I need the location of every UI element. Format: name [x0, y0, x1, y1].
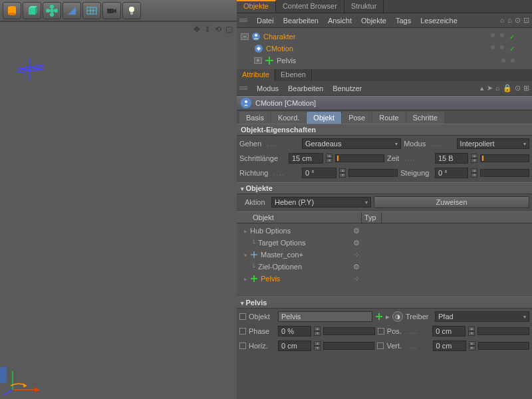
list-row-ziel-optionen[interactable]: └Ziel-Optionen ⚙ [237, 261, 532, 273]
vis-dot[interactable] [511, 59, 515, 63]
grip-icon[interactable] [239, 86, 247, 90]
menu-bearbeiten[interactable]: Bearbeiten [283, 17, 319, 25]
nav-rotate-icon[interactable]: ⟲ [215, 25, 221, 34]
plus-icon[interactable]: ⊞ [523, 84, 529, 92]
grip-icon[interactable] [239, 19, 247, 22]
nav-arrow-icon[interactable]: ➤ [487, 84, 493, 92]
spinner-zeit[interactable]: ▴▾ [471, 154, 477, 163]
expand-icon[interactable]: + [254, 57, 262, 64]
zuweisen-button[interactable]: Zuweisen [374, 196, 529, 208]
tab-content-browser[interactable]: Content Browser [276, 0, 344, 13]
new-icon[interactable]: ⊙ [515, 84, 521, 92]
slider-horiz[interactable] [323, 342, 374, 350]
search-icon[interactable]: ⌕ [495, 84, 500, 92]
checkbox-vert[interactable] [377, 342, 384, 349]
check-icon[interactable]: ✓ [509, 33, 515, 41]
check-icon[interactable]: ✓ [509, 45, 515, 53]
expand-icon[interactable]: − [241, 33, 249, 40]
nav-max-icon[interactable]: ▢ [225, 25, 233, 34]
menu-tags[interactable]: Tags [396, 17, 411, 25]
vis-dot[interactable] [500, 45, 504, 49]
field-richtung[interactable]: 0 ° [302, 168, 336, 178]
dropdown-arrow-icon[interactable]: ▸ [386, 313, 390, 321]
tree-row-charakter[interactable]: − Charakter ✓ [241, 31, 528, 43]
field-zeit[interactable]: 15 B [435, 153, 468, 164]
dropdown-aktion[interactable]: Heben (P.Y) [271, 197, 371, 207]
checkbox-horiz[interactable] [239, 342, 246, 349]
tab-schritte[interactable]: Schritte [406, 112, 444, 124]
lock-icon[interactable]: 🔒 [503, 84, 512, 92]
slider-schritt[interactable] [335, 154, 384, 162]
menu-modus[interactable]: Modus [257, 84, 279, 92]
tree-row-cmotion[interactable]: CMotion ✓ [241, 43, 528, 55]
tab-struktur[interactable]: Struktur [344, 0, 384, 13]
spinner-phase[interactable]: ▴▾ [314, 327, 321, 336]
spinner-steigung[interactable]: ▴▾ [471, 168, 477, 178]
list-row-master-con[interactable]: ▾Master_con+ ⁘ [237, 249, 532, 261]
tab-route[interactable]: Route [372, 112, 405, 124]
tab-koord[interactable]: Koord. [271, 112, 306, 124]
menu-benutzer[interactable]: Benutzer [332, 84, 362, 92]
tree-row-pelvis[interactable]: + Pelvis [241, 55, 528, 66]
menu-datei[interactable]: Datei [257, 17, 274, 25]
eye-icon[interactable]: ⊙ [515, 16, 521, 25]
list-row-pelvis[interactable]: ▸Pelvis ⁘ [237, 273, 532, 285]
menu-bearbeiten-2[interactable]: Bearbeiten [288, 84, 323, 92]
slider-steigung[interactable] [480, 169, 529, 177]
vis-dot[interactable] [500, 33, 504, 37]
tool-flower-icon[interactable] [43, 2, 61, 19]
vis-dot[interactable] [491, 33, 495, 37]
spinner-schritt[interactable]: ▴▾ [326, 154, 332, 163]
slider-vert[interactable] [478, 342, 529, 350]
spinner-richtung[interactable]: ▴▾ [339, 168, 346, 178]
menu-objekte[interactable]: Objekte [361, 17, 386, 25]
viewport-3d[interactable]: ✥ ⇕ ⟲ ▢ [0, 21, 237, 399]
nav-move-icon[interactable]: ✥ [194, 25, 200, 34]
spinner-pos[interactable]: ▴▾ [468, 327, 475, 336]
tool-grid-icon[interactable] [82, 2, 101, 19]
field-objekt-name[interactable]: Pelvis [278, 311, 372, 322]
tab-basis[interactable]: Basis [239, 112, 271, 124]
spinner-vert[interactable]: ▴▾ [469, 341, 475, 350]
tool-light-icon[interactable] [122, 2, 141, 19]
field-steigung[interactable]: 0 ° [435, 168, 468, 178]
checkbox-pos[interactable] [378, 328, 384, 334]
tool-camera-icon[interactable] [102, 2, 121, 19]
vis-dot[interactable] [501, 59, 505, 63]
field-vert[interactable]: 0 cm [433, 340, 466, 351]
field-pos[interactable]: 0 cm [432, 326, 466, 336]
tool-wedge-icon[interactable] [63, 2, 81, 19]
tab-attribute[interactable]: Attribute [237, 69, 275, 81]
tool-cylinder-icon[interactable] [3, 2, 21, 19]
list-row-target-options[interactable]: └Target Options ⚙ [237, 237, 532, 249]
nav-up-icon[interactable]: ▴ [480, 84, 484, 92]
tab-objekte[interactable]: Objekte [237, 0, 276, 13]
tab-ebenen[interactable]: Ebenen [275, 69, 312, 81]
dropdown-modus[interactable]: Interpoliert [457, 138, 529, 149]
dropdown-treiber[interactable]: Pfad [435, 311, 529, 322]
slider-richtung[interactable] [348, 169, 398, 177]
slider-pos[interactable] [477, 327, 529, 335]
list-row-hub-options[interactable]: ▸Hub Options ⚙ [237, 225, 532, 237]
tab-objekt[interactable]: Objekt [307, 112, 341, 124]
vis-dot[interactable] [491, 45, 495, 49]
menu-ansicht[interactable]: Ansicht [328, 17, 352, 25]
home-icon[interactable]: ⌂ [507, 16, 512, 25]
nav-zoom-icon[interactable]: ⇕ [204, 25, 211, 34]
slider-zeit[interactable] [480, 154, 529, 162]
field-schrittlaenge[interactable]: 15 cm [289, 153, 323, 164]
section-pelvis[interactable]: Pelvis [237, 297, 532, 309]
more-icon[interactable]: ⊡ [523, 16, 529, 25]
dropdown-gehen[interactable]: Geradeaus [302, 138, 401, 149]
field-horiz[interactable]: 0 cm [278, 340, 311, 351]
search-icon[interactable]: ⌕ [500, 16, 505, 25]
menu-lesezeichen[interactable]: Lesezeiche [420, 17, 458, 25]
spinner-horiz[interactable]: ▴▾ [314, 341, 321, 350]
checkbox-phase[interactable] [239, 328, 246, 334]
slider-phase[interactable] [323, 327, 375, 335]
picker-button[interactable]: ◑ [392, 311, 403, 322]
checkbox-objekt[interactable] [239, 313, 246, 320]
tool-cube-icon[interactable] [23, 2, 41, 19]
field-phase[interactable]: 0 % [278, 326, 311, 336]
section-objekte[interactable]: Objekte [237, 182, 532, 194]
